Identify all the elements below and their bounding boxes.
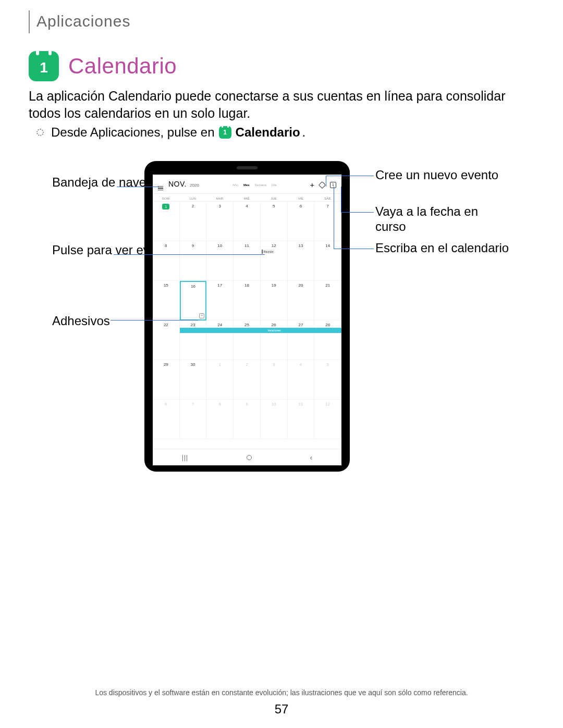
bullet-icon [36, 129, 44, 136]
calendar-cell[interactable]: 30 [180, 360, 207, 400]
dow-label: MAR. [206, 197, 234, 200]
calendar-cell[interactable]: 14 [314, 241, 341, 281]
calendar-cell[interactable]: 11 [234, 241, 261, 281]
android-navbar: ||| ‹ [153, 449, 341, 465]
calendar-cell[interactable]: 6 [288, 202, 315, 241]
day-number: 24 [216, 323, 224, 327]
day-number: 22 [162, 323, 169, 327]
calendar-cell[interactable]: 3 [261, 360, 288, 400]
day-number: 28 [324, 323, 332, 327]
calendar-cell[interactable]: 12Reunión [261, 241, 288, 281]
leader-line [341, 212, 374, 213]
event-tag[interactable]: Reunión [262, 250, 275, 254]
goto-today-icon[interactable] [330, 182, 336, 188]
day-number: 13 [297, 243, 304, 248]
day-number: 12 [270, 243, 277, 248]
calendar-cell[interactable]: 10 [206, 241, 234, 281]
calendar-cell[interactable]: 1 [153, 202, 180, 241]
leader-line [341, 187, 341, 213]
calendar-cell[interactable]: 4 [288, 360, 315, 400]
day-number: 3 [270, 362, 277, 367]
callout-goto-today: Vaya a la fecha en curso [375, 204, 511, 235]
calendar-cell[interactable]: 16 [180, 281, 207, 320]
vacation-bar[interactable]: Vacaciones [180, 328, 341, 333]
day-number: 5 [270, 204, 277, 208]
back-icon[interactable]: ‹ [310, 453, 313, 462]
calendar-cell[interactable]: 20 [288, 281, 315, 320]
calendar-cell[interactable]: 24 [206, 320, 234, 360]
calendar-cell[interactable]: 22 [153, 320, 180, 360]
calendar-cell[interactable]: 21 [314, 281, 341, 320]
calendar-cell[interactable]: 29 [153, 360, 180, 400]
home-icon[interactable] [247, 455, 252, 460]
day-number: 6 [162, 402, 169, 406]
day-number: 12 [324, 402, 332, 406]
instruction-prefix: Desde Aplicaciones, pulse en [51, 125, 215, 140]
dow-label: VIE. [288, 197, 315, 200]
calendar-app-icon: 1 [29, 51, 59, 81]
calendar-header: NOV. 2020 Año Mes Semana Día + [153, 175, 341, 194]
day-number: 18 [243, 283, 250, 288]
calendar-cell[interactable]: 18 [234, 281, 261, 320]
view-day[interactable]: Día [272, 183, 276, 187]
tablet-camera [237, 166, 258, 169]
calendar-cell[interactable]: 9 [234, 400, 261, 439]
app-description: La aplicación Calendario puede conectars… [29, 88, 534, 121]
calendar-cell[interactable]: 11 [288, 400, 315, 439]
day-number: 15 [162, 283, 169, 288]
dow-label: SÁB. [314, 197, 341, 200]
day-number: 29 [162, 362, 169, 367]
calendar-cell[interactable]: 12 [314, 400, 341, 439]
instruction-line: Desde Aplicaciones, pulse en 1 Calendari… [36, 125, 305, 140]
calendar-cell[interactable]: 9 [180, 241, 207, 281]
calendar-cell[interactable]: 1 [206, 360, 234, 400]
app-title: Calendario [68, 54, 177, 79]
leader-line [117, 187, 117, 187]
footnote: Los dispositivos y el software están en … [0, 688, 563, 697]
calendar-cell[interactable]: 7 [314, 202, 341, 241]
calendar-cell[interactable]: 26 [261, 320, 288, 360]
day-number: 7 [324, 204, 332, 208]
day-number: 8 [162, 243, 169, 248]
view-year[interactable]: Año [232, 183, 238, 187]
callout-write-cal: Escriba en el calendario [375, 241, 511, 256]
add-event-icon[interactable]: + [310, 181, 314, 189]
leader-line [334, 249, 374, 249]
day-number: 30 [189, 362, 197, 367]
calendar-cell[interactable]: 19 [261, 281, 288, 320]
calendar-cell[interactable]: 27 [288, 320, 315, 360]
day-of-week-row: DOM.LUN.MAR.MIÉ.JUE.VIE.SÁB. [153, 194, 341, 202]
calendar-cell[interactable]: 6 [153, 400, 180, 439]
leader-line [114, 254, 265, 255]
calendar-cell[interactable]: 25 [234, 320, 261, 360]
day-number: 1 [216, 362, 224, 367]
calendar-cell[interactable]: 8 [153, 241, 180, 281]
calendar-cell[interactable]: 3 [206, 202, 234, 241]
section-title: Aplicaciones [36, 13, 130, 30]
calendar-cell[interactable]: 17 [206, 281, 234, 320]
calendar-cell[interactable]: 2 [180, 202, 207, 241]
calendar-cell[interactable]: 5 [314, 360, 341, 400]
calendar-cell[interactable]: 15 [153, 281, 180, 320]
calendar-cell[interactable]: 28 [314, 320, 341, 360]
calendar-cell[interactable]: 13 [288, 241, 315, 281]
view-month[interactable]: Mes [243, 183, 250, 187]
calendar-cell[interactable]: 10 [261, 400, 288, 439]
calendar-cell[interactable]: 2 [234, 360, 261, 400]
day-number: 11 [243, 243, 250, 248]
leader-line [326, 176, 374, 176]
recent-apps-icon[interactable]: ||| [182, 454, 188, 461]
hamburger-icon[interactable] [158, 186, 163, 191]
view-week[interactable]: Semana [255, 183, 266, 187]
day-number: 16 [190, 284, 197, 289]
day-number: 21 [324, 283, 332, 288]
calendar-cell[interactable]: 7 [180, 400, 207, 439]
calendar-cell[interactable]: 8 [206, 400, 234, 439]
day-number: 6 [297, 204, 304, 208]
calendar-cell[interactable]: 4 [234, 202, 261, 241]
calendar-cell[interactable]: 23Vacaciones [180, 320, 207, 360]
write-icon[interactable] [319, 181, 326, 189]
day-number: 20 [297, 283, 304, 288]
calendar-cell[interactable]: 5 [261, 202, 288, 241]
instruction-app: Calendario [236, 125, 300, 140]
